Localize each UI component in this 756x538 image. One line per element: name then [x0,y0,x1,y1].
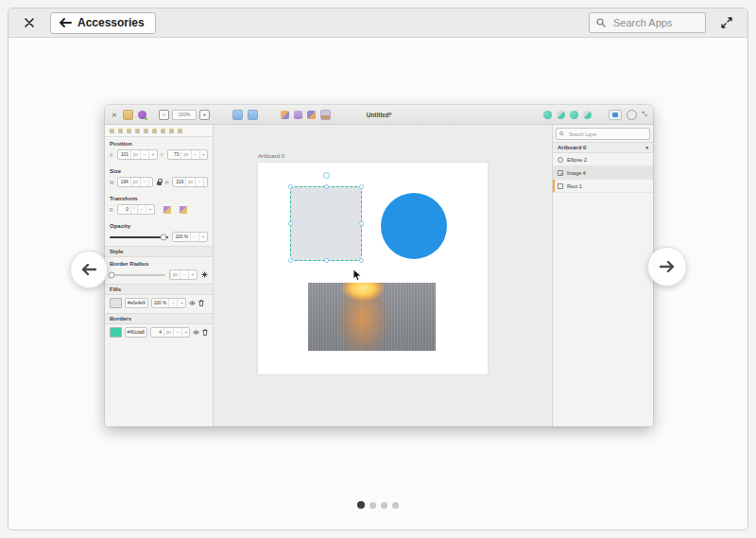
ellipse-shape[interactable] [381,193,447,259]
resize-handle-ne[interactable] [359,184,364,189]
app-preview-dialog: Accessories ✕ − 1 [8,8,748,530]
align-center-v-icon[interactable] [144,129,148,133]
resize-handle-se[interactable] [359,258,364,263]
style-section-header: Style [105,246,213,257]
open-file-icon[interactable] [123,110,133,120]
ellipse-tool-icon[interactable] [248,110,258,120]
border-visibility-eye-icon[interactable] [193,330,199,335]
distribute-v-icon[interactable] [169,129,174,133]
carousel-dot-4[interactable] [392,502,399,509]
window-expand-icon[interactable]: ⤡ [642,111,647,118]
fill-visibility-eye-icon[interactable] [189,301,196,305]
border-width-field[interactable]: 4 px − + [150,327,190,338]
ellipse-layer-icon [558,157,563,163]
align-right-icon[interactable] [127,129,131,133]
back-button-label: Accessories [77,16,145,29]
align-bottom-icon[interactable] [152,129,157,133]
rotation-handle[interactable] [323,172,330,179]
flip-horizontal-icon[interactable] [163,206,171,214]
resize-handle-sw[interactable] [288,258,293,263]
grid-tool-icon[interactable] [307,111,316,119]
chevron-down-icon[interactable]: ▾ [645,145,648,150]
eraser-tool-icon[interactable] [557,111,565,119]
crop-tool-icon[interactable] [583,111,592,119]
resize-handle-e[interactable] [359,221,364,226]
zoom-in-button[interactable]: + [199,110,210,120]
align-top-icon[interactable] [135,129,140,133]
resize-handle-s[interactable] [324,258,329,263]
rect-layer-icon [558,183,563,189]
transform-section-label: Transform [110,196,208,201]
layer-search-input[interactable] [567,130,646,138]
fill-color-swatch[interactable] [110,298,122,308]
app-logo-icon [138,111,146,119]
opacity-slider[interactable] [110,236,168,238]
position-x-field[interactable]: 101 px − + [117,149,158,160]
h-label: H [165,180,169,185]
image-tool-icon[interactable] [320,110,331,120]
pencil-tool-icon[interactable] [543,111,552,119]
artboard-tool-icon[interactable] [281,111,289,119]
border-hex-field[interactable]: #40cda8 [125,327,147,338]
border-color-swatch[interactable] [110,327,122,338]
zoom-level-field[interactable]: 100% [172,110,197,120]
artboard-header-row[interactable]: Artboard 0 ▾ [553,142,653,153]
export-button[interactable] [609,110,622,120]
fill-tool-icon[interactable] [570,111,578,119]
back-arrow-icon [60,18,72,27]
design-canvas[interactable]: Artboard 0 [214,125,552,426]
shape-tool-icon[interactable] [232,110,243,120]
layers-panel: Artboard 0 ▾ Ellipse 2 Image 4 Rect 1 [552,125,653,426]
selected-rect-shape[interactable] [290,186,362,261]
resize-handle-nw[interactable] [288,184,293,189]
layer-row-rect[interactable]: Rect 1 [553,180,653,193]
artboard[interactable] [258,163,488,374]
fullscreen-expand-icon[interactable] [719,15,734,30]
opacity-field[interactable]: 100 % − + [172,232,208,242]
fill-hex-field[interactable]: #e0e4e9 [125,298,148,308]
window-close-icon[interactable]: ✕ [111,111,118,119]
border-radius-slider[interactable] [110,274,165,276]
border-radius-options-gear-icon[interactable] [201,271,208,278]
settings-icon[interactable] [627,110,637,120]
layer-row-image[interactable]: Image 4 [553,166,653,180]
layer-search-box[interactable] [556,128,650,140]
next-app-button[interactable] [647,247,687,286]
border-radius-label: Border Radius [110,261,208,267]
close-icon[interactable] [22,15,37,30]
flip-vertical-icon[interactable] [180,206,187,214]
carousel-content: ✕ − 100% + Untitled* [9,38,747,529]
artboard-label[interactable]: Artboard 0 [258,153,284,159]
carousel-dot-3[interactable] [381,502,387,509]
text-tool-icon[interactable] [294,111,302,119]
border-radius-field[interactable]: px − + [169,269,198,280]
aspect-lock-icon[interactable] [157,179,162,185]
x-label: X [110,152,114,158]
search-apps-input[interactable] [611,16,698,29]
carousel-dot-2[interactable] [369,502,376,509]
distribute-h-icon[interactable] [161,129,165,133]
y-label: Y [161,152,165,158]
align-center-h-icon[interactable] [118,129,123,133]
align-artboard-icon[interactable] [178,129,182,133]
align-left-icon[interactable] [110,129,114,133]
border-delete-trash-icon[interactable] [202,329,208,336]
document-title: Untitled* [367,105,392,124]
mouse-cursor [352,269,363,286]
previous-app-button[interactable] [70,251,108,288]
search-apps-box[interactable] [589,12,706,33]
zoom-out-button[interactable]: − [159,110,169,120]
fill-opacity-field[interactable]: 100 % − + [151,298,187,308]
size-h-field[interactable]: 219 px − + [172,177,208,187]
carousel-dot-1[interactable] [357,501,365,509]
resize-handle-w[interactable] [288,221,293,226]
fill-delete-trash-icon[interactable] [198,300,204,306]
rotation-field[interactable]: 0 ° − + [117,204,155,215]
layer-row-ellipse[interactable]: Ellipse 2 [553,153,653,166]
image-shape[interactable] [308,283,436,351]
resize-handle-n[interactable] [324,184,329,189]
size-w-field[interactable]: 194 px − + [117,177,153,187]
position-section-label: Position [110,141,208,147]
position-y-field[interactable]: 73 px − + [167,149,208,160]
back-button[interactable]: Accessories [50,12,156,34]
